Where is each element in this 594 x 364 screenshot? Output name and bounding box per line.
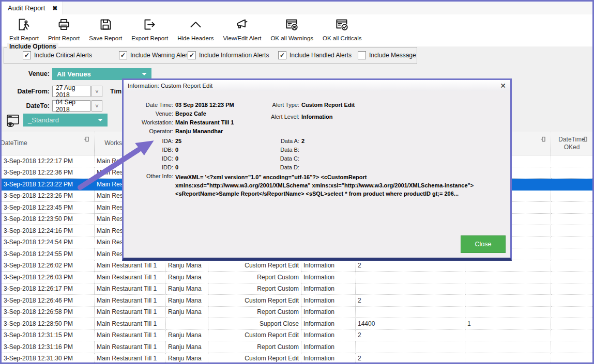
grid-cell[interactable]: [551, 237, 592, 249]
grid-row[interactable]: 3-Sep-2018 12:26:03 PMMain Restaurant Ti…: [2, 272, 592, 283]
grid-cell[interactable]: [166, 318, 208, 330]
view-edit-alert-button[interactable]: View/Edit Alert: [218, 14, 266, 41]
ok-all-criticals-button[interactable]: OK all Criticals: [318, 14, 366, 41]
grid-row[interactable]: 3-Sep-2018 12:26:46 PMMain Restaurant Ti…: [2, 295, 592, 307]
grid-cell[interactable]: Ranju Mana: [166, 295, 208, 307]
grid-cell[interactable]: Information: [301, 307, 356, 319]
close-button[interactable]: Close: [461, 235, 506, 253]
grid-cell[interactable]: Main Restaurant Till 1: [95, 353, 166, 363]
grid-cell[interactable]: [356, 341, 465, 353]
grid-cell[interactable]: Ranju Mana: [166, 330, 208, 342]
grid-cell[interactable]: [356, 283, 465, 295]
grid-cell[interactable]: [551, 248, 592, 260]
dialog-title-bar[interactable]: Information: Custom Report Edit ✕: [124, 80, 510, 91]
grid-cell[interactable]: [551, 202, 592, 214]
pin-icon[interactable]: [84, 136, 89, 142]
grid-cell[interactable]: 2: [356, 295, 465, 307]
tab-close-icon[interactable]: ✖: [52, 5, 57, 11]
checkbox-box[interactable]: [358, 51, 366, 59]
grid-row[interactable]: 3-Sep-2018 12:26:58 PMMain Restaurant Ti…: [2, 307, 592, 319]
grid-cell[interactable]: Information: [301, 330, 356, 342]
grid-cell[interactable]: 3-Sep-2018 12:26:03 PM: [2, 272, 95, 283]
grid-cell[interactable]: [551, 283, 592, 295]
grid-row[interactable]: 3-Sep-2018 12:26:17 PMMain Restaurant Ti…: [2, 283, 592, 295]
grid-cell[interactable]: Custom Report Edit: [208, 260, 301, 272]
grid-cell[interactable]: 3-Sep-2018 12:26:02 PM: [2, 260, 95, 272]
grid-cell[interactable]: 2: [356, 353, 465, 363]
grid-cell[interactable]: Information: [301, 260, 356, 272]
grid-cell[interactable]: [465, 341, 551, 353]
checkbox-box[interactable]: [188, 51, 196, 59]
grid-cell[interactable]: [551, 330, 592, 342]
grid-cell[interactable]: Support Close: [208, 318, 301, 330]
grid-cell[interactable]: [465, 295, 551, 307]
grid-cell[interactable]: Custom Report Edit: [208, 330, 301, 342]
grid-cell[interactable]: Main Restaurant Till 1: [95, 283, 166, 295]
tab-audit-report[interactable]: Audit Report ✖: [2, 2, 63, 14]
grid-cell[interactable]: [465, 353, 551, 363]
grid-cell[interactable]: 3-Sep-2018 12:23:50 PM: [2, 214, 95, 226]
pin-icon[interactable]: [540, 136, 546, 142]
grid-cell[interactable]: 3-Sep-2018 12:31:30 PM: [2, 353, 95, 363]
grid-cell[interactable]: [551, 260, 592, 272]
grid-cell[interactable]: Ranju Mana: [166, 341, 208, 353]
grid-cell[interactable]: [465, 283, 551, 295]
grid-cell[interactable]: Ranju Mana: [166, 353, 208, 363]
report-view-icon[interactable]: [5, 114, 21, 128]
include-message-checkbox[interactable]: Include Message: [358, 51, 416, 59]
grid-cell[interactable]: Main Restaurant Till 1: [95, 295, 166, 307]
grid-cell[interactable]: Information: [301, 272, 356, 283]
grid-cell[interactable]: 3-Sep-2018 12:26:46 PM: [2, 295, 95, 307]
grid-cell[interactable]: Ranju Mana: [166, 307, 208, 319]
grid-cell[interactable]: 3-Sep-2018 12:22:17 PM: [2, 155, 95, 167]
column-header-datetime-oked[interactable]: DateTime OKed: [551, 132, 592, 155]
grid-cell[interactable]: Ranju Mana: [166, 283, 208, 295]
grid-cell[interactable]: 3-Sep-2018 12:28:50 PM: [2, 318, 95, 330]
ok-all-warnings-button[interactable]: OK all Warnings: [266, 14, 318, 41]
grid-cell[interactable]: 3-Sep-2018 12:26:17 PM: [2, 283, 95, 295]
grid-cell[interactable]: [551, 191, 592, 202]
checkbox-box[interactable]: [23, 51, 31, 59]
include-information-checkbox[interactable]: Include Information Alerts: [188, 51, 269, 59]
grid-row[interactable]: 3-Sep-2018 12:28:50 PMMain Restaurant Ti…: [2, 318, 592, 330]
grid-cell[interactable]: 1: [465, 318, 551, 330]
checkbox-box[interactable]: [119, 51, 127, 59]
grid-cell[interactable]: Main Restaurant Till 1: [95, 318, 166, 330]
grid-cell[interactable]: Custom Report Edit: [208, 295, 301, 307]
grid-row[interactable]: 3-Sep-2018 12:31:30 PMMain Restaurant Ti…: [2, 353, 592, 363]
grid-row[interactable]: 3-Sep-2018 12:31:16 PMMain Restaurant Ti…: [2, 341, 592, 353]
grid-cell[interactable]: Main Restaurant Till 1: [95, 272, 166, 283]
grid-row[interactable]: 3-Sep-2018 12:31:15 PMMain Restaurant Ti…: [2, 330, 592, 342]
date-to-input[interactable]: 04 Sep 2018: [52, 100, 90, 112]
include-critical-checkbox[interactable]: Include Critical Alerts: [23, 51, 92, 59]
grid-cell[interactable]: [551, 214, 592, 226]
grid-cell[interactable]: 14400: [356, 318, 465, 330]
grid-cell[interactable]: [465, 272, 551, 283]
grid-cell[interactable]: [551, 341, 592, 353]
grid-cell[interactable]: 3-Sep-2018 12:24:16 PM: [2, 225, 95, 237]
grid-cell[interactable]: Information: [301, 283, 356, 295]
grid-cell[interactable]: 2: [356, 330, 465, 342]
grid-cell[interactable]: Report Custom: [208, 307, 301, 319]
save-report-button[interactable]: Save Report: [84, 14, 127, 41]
include-handled-checkbox[interactable]: Include Handled Alerts: [278, 51, 352, 59]
date-to-dropdown-button[interactable]: ˅: [92, 100, 102, 112]
grid-cell[interactable]: 3-Sep-2018 12:31:15 PM: [2, 330, 95, 342]
grid-cell[interactable]: [551, 353, 592, 363]
grid-row[interactable]: 3-Sep-2018 12:26:02 PMMain Restaurant Ti…: [2, 260, 592, 272]
grid-cell[interactable]: Main Restaurant Till 1: [95, 260, 166, 272]
grid-cell[interactable]: 3-Sep-2018 12:26:58 PM: [2, 307, 95, 319]
grid-cell[interactable]: Custom Report Edit: [208, 353, 301, 363]
grid-cell[interactable]: Information: [301, 353, 356, 363]
grid-cell[interactable]: [551, 318, 592, 330]
grid-cell[interactable]: 3-Sep-2018 12:24:54 PM: [2, 237, 95, 249]
pin-icon[interactable]: [582, 136, 588, 142]
grid-cell[interactable]: [551, 225, 592, 237]
exit-report-button[interactable]: Exit Report: [5, 14, 43, 41]
grid-cell[interactable]: Information: [301, 318, 356, 330]
grid-cell[interactable]: Report Custom: [208, 283, 301, 295]
grid-cell[interactable]: [465, 260, 551, 272]
include-warning-checkbox[interactable]: Include Warning Alerts: [119, 51, 192, 59]
grid-cell[interactable]: Ranju Mana: [166, 272, 208, 283]
grid-cell[interactable]: Report Custom: [208, 341, 301, 353]
